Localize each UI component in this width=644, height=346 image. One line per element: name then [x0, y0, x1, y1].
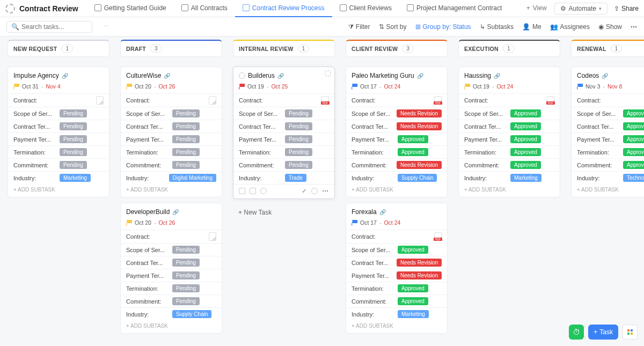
status-pill[interactable]: Pending — [172, 135, 200, 143]
more-button[interactable]: ⋯ — [631, 23, 638, 31]
tab-contract-review-process[interactable]: Contract Review Process — [235, 0, 332, 17]
status-pill[interactable]: Pending — [172, 297, 200, 305]
status-pill[interactable]: Pending — [172, 148, 200, 156]
document-icon[interactable] — [434, 96, 442, 105]
column-header[interactable]: CLIENT REVIEW 3 — [346, 40, 448, 57]
status-pill[interactable]: Approved — [510, 161, 541, 169]
share-button[interactable]: ⇪ Share — [614, 5, 639, 12]
status-pill[interactable]: Pending — [285, 135, 312, 143]
filter-button[interactable]: ⧩Filter — [348, 23, 370, 31]
status-pill[interactable]: Needs Revision — [397, 259, 442, 267]
task-card[interactable]: DeveloperBuild 🔗 Oct 20 - Oct 26 Contrac… — [120, 203, 222, 334]
assignees-button[interactable]: 👥Assignees — [550, 23, 590, 31]
status-pill[interactable]: Approved — [623, 109, 644, 117]
flag-icon[interactable] — [352, 220, 357, 226]
status-pill[interactable]: Approved — [398, 297, 428, 305]
status-pill[interactable]: Pending — [285, 109, 312, 117]
task-card[interactable]: Paleo Marketing Guru 🔗 Oct 17 - Oct 24 C… — [346, 67, 448, 197]
automate-button[interactable]: ⚙ Automate ▾ — [554, 3, 608, 14]
status-pill[interactable]: Approved — [510, 109, 541, 117]
new-task-fab[interactable]: +Task — [588, 325, 618, 340]
column-header[interactable]: NEW REQUEST 1 — [8, 40, 109, 57]
me-button[interactable]: 👤Me — [522, 23, 541, 31]
status-pill[interactable]: Pending — [172, 109, 200, 117]
flag-icon[interactable] — [239, 84, 245, 90]
status-pill[interactable]: Approved — [398, 246, 428, 254]
status-pill[interactable]: Needs Revision — [397, 161, 442, 169]
document-icon[interactable] — [209, 232, 216, 241]
flag-icon[interactable] — [464, 84, 470, 90]
status-pill[interactable]: Needs Revision — [397, 122, 442, 130]
flag-icon[interactable] — [577, 84, 583, 90]
status-pill[interactable]: Approved — [623, 122, 644, 130]
task-card[interactable]: Impulse Agency 🔗 Oct 31 - Nov 4 Contract… — [8, 67, 109, 197]
status-pill[interactable]: Pending — [172, 122, 200, 130]
status-pill[interactable]: Pending — [172, 246, 200, 254]
hourglass-icon[interactable] — [250, 188, 256, 194]
task-card[interactable]: Haussing 🔗 Oct 19 - Oct 24 Contract: Sco… — [458, 67, 560, 197]
document-icon[interactable] — [434, 232, 442, 241]
expand-icon[interactable] — [239, 72, 245, 79]
status-pill[interactable]: Approved — [623, 135, 644, 143]
status-pill[interactable]: Pending — [285, 161, 312, 169]
industry-pill[interactable]: Supply Chain — [398, 174, 437, 182]
tab-client-reviews[interactable]: Client Reviews — [332, 0, 399, 17]
add-subtask-button[interactable]: + ADD SUBTASK — [8, 184, 109, 196]
document-icon[interactable] — [321, 96, 329, 105]
status-pill[interactable]: Pending — [172, 259, 200, 267]
flag-icon[interactable] — [126, 220, 132, 226]
status-pill[interactable]: Pending — [60, 161, 87, 169]
document-icon[interactable] — [547, 96, 554, 105]
gear-icon[interactable] — [325, 70, 331, 77]
industry-pill[interactable]: Marketing — [398, 310, 429, 318]
add-subtask-button[interactable]: + ADD SUBTASK — [346, 184, 447, 196]
task-card[interactable]: Codeos 🔗 Nov 3 - Nov 8 Contract: Scope o… — [571, 67, 644, 197]
flag-icon[interactable] — [352, 84, 357, 90]
industry-pill[interactable]: Marketing — [510, 174, 541, 182]
status-pill[interactable]: Pending — [285, 122, 312, 130]
new-task-button[interactable]: + New Task — [233, 204, 335, 220]
status-pill[interactable]: Approved — [510, 122, 541, 130]
subtasks-button[interactable]: ↳Subtasks — [480, 23, 514, 31]
flag-icon[interactable] — [13, 84, 19, 90]
assign-icon[interactable] — [311, 188, 318, 194]
add-subtask-button[interactable]: + ADD SUBTASK — [459, 184, 560, 196]
document-icon[interactable] — [96, 96, 104, 105]
sort-button[interactable]: ⇅Sort by — [379, 23, 407, 31]
add-subtask-button[interactable]: + ADD SUBTASK — [121, 320, 222, 332]
status-pill[interactable]: Pending — [60, 135, 87, 143]
status-pill[interactable]: Needs Revision — [397, 271, 442, 279]
status-pill[interactable]: Needs Revision — [397, 109, 442, 117]
search-input[interactable] — [21, 23, 102, 31]
industry-pill[interactable]: Supply Chain — [172, 310, 211, 318]
status-pill[interactable]: Approved — [398, 148, 428, 156]
status-pill[interactable]: Pending — [60, 148, 87, 156]
status-pill[interactable]: Approved — [623, 148, 644, 156]
industry-pill[interactable]: Digital Marketing — [169, 174, 216, 182]
chevron-down-icon[interactable]: ﹀ — [104, 23, 109, 30]
add-subtask-button[interactable]: + ADD SUBTASK — [121, 184, 222, 196]
status-pill[interactable]: Approved — [510, 148, 541, 156]
task-card[interactable]: CultureWise 🔗 Oct 20 - Oct 26 Contract: … — [120, 67, 222, 197]
tab-project-management-contract[interactable]: Project Management Contract — [399, 0, 509, 17]
status-pill[interactable]: Pending — [285, 148, 312, 156]
add-view-tab[interactable]: + View — [519, 0, 554, 17]
status-pill[interactable]: Pending — [60, 122, 87, 130]
tab-getting-started-guide[interactable]: Getting Started Guide — [87, 0, 174, 17]
card-more-icon[interactable]: ⋯ — [322, 187, 329, 195]
apps-fab[interactable] — [623, 325, 638, 340]
task-card[interactable]: Forexala 🔗 Oct 17 - Oct 24 Contract: Sco… — [346, 203, 448, 334]
status-pill[interactable]: Approved — [510, 135, 541, 143]
search-box[interactable]: 🔍 ﹀ — [6, 21, 92, 33]
status-pill[interactable]: Pending — [172, 284, 200, 292]
add-subtask-button[interactable]: + ADD SUBTASK — [346, 320, 447, 332]
column-header[interactable]: RENEWAL 1 — [571, 40, 644, 57]
task-card[interactable]: Builderus 🔗 Oct 19 - Oct 25 Contract: Sc… — [233, 67, 335, 199]
industry-pill[interactable]: Technology — [623, 174, 644, 182]
timer-fab[interactable]: ⏱ — [569, 325, 584, 340]
industry-pill[interactable]: Trade — [285, 174, 306, 182]
status-pill[interactable]: Approved — [398, 284, 428, 292]
group-button[interactable]: ⊞Group by: Status — [415, 23, 471, 31]
column-header[interactable]: EXECUTION 1 — [458, 40, 560, 57]
column-header[interactable]: INTERNAL REVIEW 1 — [233, 40, 335, 57]
